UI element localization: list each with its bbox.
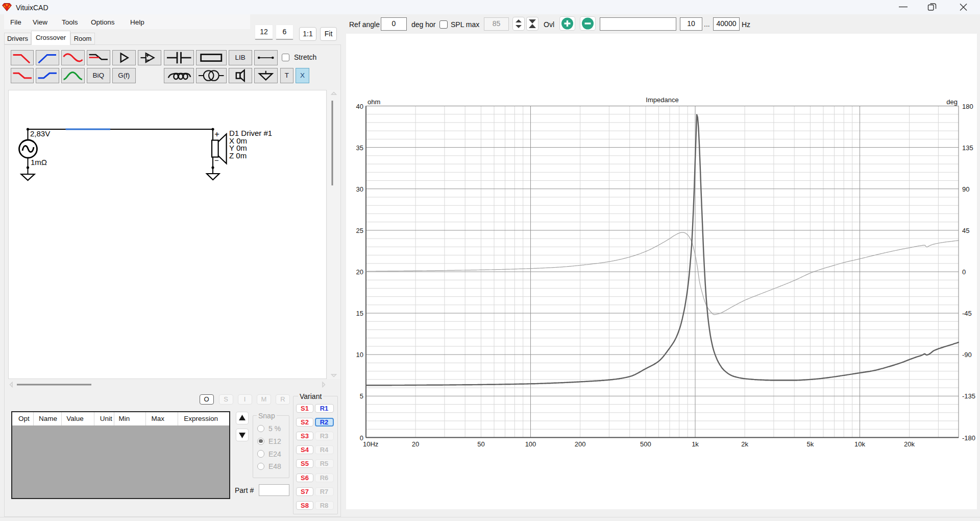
svg-text:20: 20 — [356, 268, 363, 276]
svg-text:200: 200 — [575, 440, 586, 448]
svg-text:deg: deg — [946, 98, 958, 106]
svg-text:-180: -180 — [962, 434, 975, 442]
svg-text:100: 100 — [525, 440, 536, 448]
svg-text:Z 0m: Z 0m — [229, 151, 247, 160]
svg-text:15: 15 — [356, 310, 363, 317]
svg-text:10Hz: 10Hz — [363, 440, 378, 448]
svg-text:1mΩ: 1mΩ — [31, 158, 47, 167]
svg-text:500: 500 — [640, 440, 651, 448]
svg-text:+: + — [214, 129, 219, 139]
svg-text:-135: -135 — [962, 392, 975, 400]
svg-text:90: 90 — [962, 185, 969, 193]
svg-text:2,83V: 2,83V — [30, 129, 50, 138]
svg-text:2k: 2k — [741, 440, 748, 448]
svg-text:20k: 20k — [904, 440, 915, 448]
svg-text:50: 50 — [477, 440, 484, 448]
svg-text:5k: 5k — [807, 440, 814, 448]
svg-text:180: 180 — [962, 103, 973, 110]
svg-text:40: 40 — [356, 103, 363, 110]
svg-text:10k: 10k — [854, 440, 865, 448]
svg-text:-45: -45 — [962, 310, 972, 317]
svg-text:20: 20 — [412, 440, 419, 448]
svg-text:Impedance: Impedance — [646, 96, 678, 104]
svg-text:35: 35 — [356, 144, 363, 152]
svg-text:30: 30 — [356, 185, 363, 193]
svg-text:-90: -90 — [962, 351, 972, 359]
svg-text:1k: 1k — [692, 440, 699, 448]
svg-text:45: 45 — [962, 227, 969, 234]
svg-text:0: 0 — [962, 268, 966, 276]
svg-text:25: 25 — [356, 227, 363, 234]
svg-text:10: 10 — [356, 351, 363, 359]
svg-text:−: − — [214, 156, 219, 164]
svg-text:5: 5 — [360, 392, 363, 400]
svg-text:ohm: ohm — [368, 98, 380, 106]
svg-text:135: 135 — [962, 144, 973, 152]
